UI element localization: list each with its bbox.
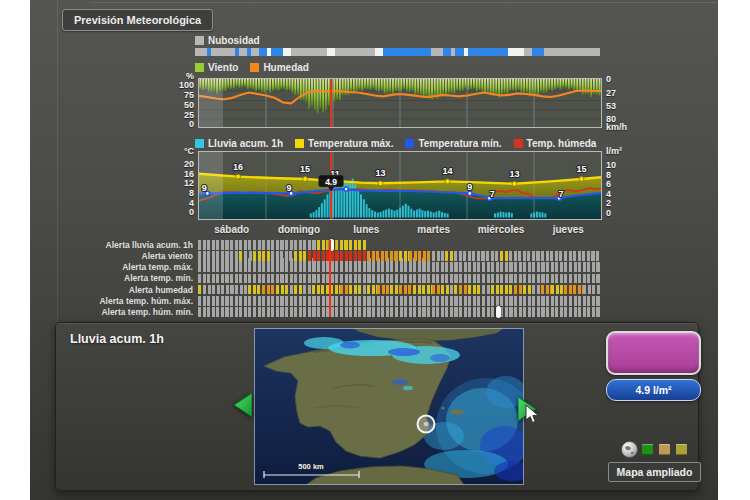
globe-icon[interactable] [621,441,638,458]
alert-slider-handle[interactable] [496,306,501,318]
alert-rows: Alerta lluvia acum. 1hAlerta vientoAlert… [50,240,601,318]
alert-tick-segment [413,285,431,295]
layer-square-button[interactable] [676,444,687,455]
alert-tick-segment [262,285,276,295]
temp-legend-label: Temp. húmeda [527,138,597,149]
alert-strip[interactable] [198,251,601,261]
alert-tick-segment [276,285,290,295]
rain-temperature-legend: Lluvia acum. 1hTemperatura máx.Temperatu… [195,138,596,149]
temp-legend-item: Temperatura máx. [295,138,393,149]
axis-label: 2 [606,198,611,208]
expand-map-button[interactable]: Mapa ampliado [608,462,701,482]
page: Previsión Meteorológica Nubosidad Viento… [0,0,750,500]
alert-tick-segment [271,251,294,261]
alert-row: Alerta temp. húm. máx. [50,296,601,306]
alert-tick-segment [459,285,468,295]
alert-strip[interactable] [198,240,601,250]
temp-legend-swatch-icon [405,139,414,148]
cloud-segment [251,48,259,56]
axis-label: 27 [606,88,616,98]
app-title-button[interactable]: Previsión Meteorológica [62,9,213,31]
temp-legend-item: Temperatura mín. [405,138,501,149]
alert-row: Alerta temp. húm. mín. [50,307,601,317]
axis-label: 8 [161,188,194,198]
cloudiness-bar[interactable] [195,48,600,56]
map-layer-squares [642,444,687,455]
day-label: jueves [535,224,602,235]
spain-map[interactable]: 500 km [254,328,524,485]
alert-tick-segment [248,285,262,295]
alert-strip[interactable] [198,285,601,295]
svg-text:14: 14 [442,166,452,176]
wind-humidity-legend: VientoHumedad [195,62,309,73]
map-panel: Lluvia acum. 1h [55,322,699,491]
alert-tick-segment [198,240,317,250]
alert-tick-segment [377,285,391,295]
map-location-marker[interactable] [418,416,435,433]
cloud-segment [271,48,283,56]
cloud-segment [211,48,235,56]
alert-strip[interactable] [198,307,601,317]
wind-legend-swatch-icon [250,63,259,72]
alert-tick-segment [551,285,565,295]
svg-text:7: 7 [490,189,495,199]
mouse-cursor-icon [525,405,539,425]
cloud-segment [544,48,600,56]
cloud-segment [443,48,451,56]
alert-tick-segment [390,285,399,295]
alert-row-label: Alerta humedad [50,285,198,295]
cloud-segment [195,48,207,56]
layer-square-button[interactable] [659,444,670,455]
svg-text:15: 15 [300,164,310,174]
alert-tick-segment [541,285,550,295]
temp-legend-item: Lluvia acum. 1h [195,138,283,149]
cloud-segment [283,48,291,56]
alert-tick-segment [409,251,432,261]
layer-square-button[interactable] [642,444,653,455]
cloud-segment [259,48,267,56]
alert-tick-segment [340,285,349,295]
alert-row: Alerta lluvia acum. 1h [50,240,601,250]
axis-label: 12 [161,178,194,188]
alert-row: Alerta humedad [50,285,601,295]
map-prev-arrow-button[interactable] [234,393,252,417]
temp-legend-label: Lluvia acum. 1h [208,138,283,149]
map-value-badge: 4.9 l/m² [606,379,701,401]
cloud-segment [239,48,247,56]
day-label: lunes [333,224,400,235]
wind-legend-label: Humedad [263,62,309,73]
rain-temperature-chart[interactable]: 99119771615131413154.9 [198,151,602,220]
axis-label: 0 [161,207,194,217]
alert-tick-segment [294,251,308,261]
svg-text:15: 15 [576,164,586,174]
cloud-segment [431,48,443,56]
alert-row-label: Alerta temp. húm. mín. [50,307,198,317]
alert-row: Alerta temp. mín. [50,274,601,284]
legend-color-swatch [606,331,701,375]
alert-strip[interactable] [198,274,601,284]
alert-tick-segment [509,251,601,261]
alert-tick-segment [349,285,363,295]
alert-tick-segment [468,285,482,295]
alert-strip[interactable] [198,262,601,272]
alert-tick-segment [312,285,339,295]
axis-label: 53 [606,101,616,111]
axis-label: 50 [161,100,194,110]
cloud-segment [532,48,544,56]
temp-legend-label: Temperatura máx. [308,138,393,149]
top-highlight [90,2,718,3]
svg-text:13: 13 [375,168,385,178]
alert-row: Alerta viento [50,251,601,261]
wind-legend-item: Humedad [250,62,309,73]
alert-tick-segment [203,285,249,295]
alert-tick-segment [399,285,413,295]
axis-label: 100 [161,80,194,90]
cloudiness-legend-item: Nubosidad [195,35,260,46]
cloud-segment [524,48,532,56]
wind-humidity-chart[interactable] [198,78,602,128]
axis-label: l/m² [606,146,622,156]
alert-strip[interactable] [198,296,601,306]
axis-label: 75 [161,90,194,100]
cloudiness-legend-label: Nubosidad [208,35,260,46]
cloud-segment [327,48,335,56]
